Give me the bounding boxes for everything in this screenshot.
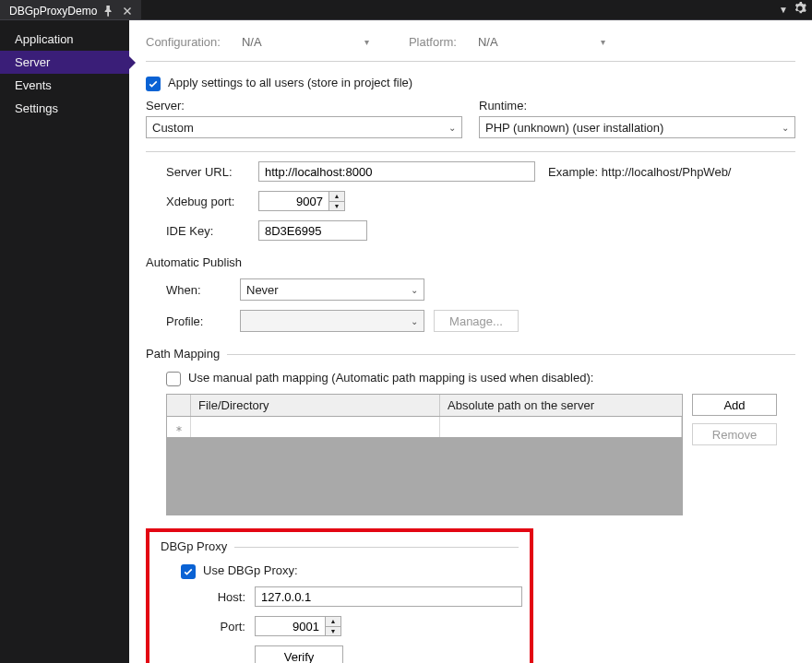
- spinner-down-icon[interactable]: ▼: [326, 627, 340, 636]
- new-row-icon: ⁎: [167, 417, 191, 437]
- manual-mapping-checkbox[interactable]: [166, 372, 181, 386]
- dbgp-proxy-highlight: DBGp Proxy Use DBGp Proxy: Host: Port: ▲…: [146, 528, 533, 663]
- server-url-example: Example: http://localhost/PhpWeb/: [548, 165, 731, 179]
- apply-all-checkbox[interactable]: [146, 77, 161, 91]
- use-dbgp-proxy-checkbox[interactable]: [181, 564, 196, 579]
- pin-icon[interactable]: [102, 5, 115, 18]
- platform-label: Platform:: [409, 35, 457, 49]
- server-url-input[interactable]: [258, 161, 535, 182]
- document-tab-strip: DBGpProxyDemo ▼: [0, 0, 812, 20]
- sidenav-item-label: Server: [15, 55, 50, 69]
- when-select[interactable]: Never ⌄: [240, 278, 424, 301]
- sidenav-item-label: Events: [15, 78, 52, 92]
- runtime-select[interactable]: PHP (unknown) (user installation) ⌄: [479, 116, 795, 138]
- server-select[interactable]: Custom ⌄: [146, 116, 462, 138]
- remove-button[interactable]: Remove: [692, 423, 777, 445]
- dbgp-port-stepper[interactable]: ▲ ▼: [255, 616, 345, 636]
- sidenav-item-label: Application: [15, 32, 74, 46]
- server-label: Server:: [146, 99, 462, 112]
- idekey-input[interactable]: [258, 220, 367, 241]
- sidenav-item-server[interactable]: Server: [0, 51, 129, 74]
- chevron-down-icon: ⌄: [411, 285, 418, 295]
- runtime-label: Runtime:: [479, 99, 795, 112]
- server-select-value: Custom: [152, 121, 194, 135]
- add-button[interactable]: Add: [692, 394, 777, 416]
- table-col-abspath: Absolute path on the server: [440, 395, 682, 416]
- chevron-down-icon: ▾: [601, 37, 605, 47]
- side-nav: Application Server Events Settings: [0, 20, 129, 663]
- manual-mapping-label: Use manual path mapping (Automatic path …: [188, 371, 593, 385]
- spinner-up-icon[interactable]: ▲: [326, 617, 340, 627]
- automatic-publish-title: Automatic Publish: [146, 255, 242, 269]
- chevron-down-icon: ⌄: [782, 123, 789, 133]
- configuration-select[interactable]: N/A ▾: [235, 31, 376, 52]
- use-dbgp-proxy-label: Use DBGp Proxy:: [203, 563, 298, 577]
- manage-button[interactable]: Manage...: [434, 310, 519, 332]
- platform-select[interactable]: N/A ▾: [472, 31, 612, 52]
- tab-overflow-icon[interactable]: ▼: [779, 5, 788, 15]
- platform-value: N/A: [478, 35, 498, 49]
- content-panel: Configuration: N/A ▾ Platform: N/A ▾ App…: [129, 20, 812, 663]
- runtime-select-value: PHP (unknown) (user installation): [485, 121, 663, 135]
- idekey-label: IDE Key:: [166, 224, 249, 238]
- profile-select[interactable]: ⌄: [240, 310, 424, 332]
- dbgp-host-label: Host:: [181, 590, 245, 604]
- table-row[interactable]: ⁎: [167, 417, 682, 437]
- sidenav-item-events[interactable]: Events: [0, 74, 129, 97]
- sidenav-item-application[interactable]: Application: [0, 28, 129, 51]
- server-url-label: Server URL:: [166, 165, 249, 179]
- dbgp-proxy-title: DBGp Proxy: [161, 539, 227, 553]
- table-col-file: File/Directory: [191, 395, 440, 416]
- xdebug-port-input[interactable]: [258, 191, 328, 211]
- document-tab[interactable]: DBGpProxyDemo: [0, 0, 141, 19]
- configuration-label: Configuration:: [146, 35, 221, 49]
- dbgp-port-input[interactable]: [255, 616, 325, 636]
- configuration-value: N/A: [242, 35, 262, 49]
- verify-button[interactable]: Verify: [255, 645, 343, 663]
- spinner-up-icon[interactable]: ▲: [329, 192, 344, 202]
- dbgp-port-label: Port:: [181, 620, 245, 633]
- table-header: File/Directory Absolute path on the serv…: [167, 395, 682, 417]
- chevron-down-icon: ⌄: [411, 316, 418, 326]
- path-mapping-table[interactable]: File/Directory Absolute path on the serv…: [166, 394, 683, 515]
- chevron-down-icon: ▾: [364, 37, 369, 47]
- gear-icon[interactable]: [794, 2, 806, 18]
- sidenav-item-settings[interactable]: Settings: [0, 97, 129, 120]
- when-select-value: Never: [246, 283, 279, 297]
- apply-all-label: Apply settings to all users (store in pr…: [168, 76, 412, 89]
- spinner-down-icon[interactable]: ▼: [329, 202, 344, 211]
- chevron-down-icon: ⌄: [448, 123, 456, 133]
- xdebug-port-label: Xdebug port:: [166, 195, 249, 208]
- dbgp-host-input[interactable]: [255, 586, 522, 607]
- sidenav-item-label: Settings: [15, 101, 58, 115]
- path-mapping-title: Path Mapping: [146, 347, 220, 361]
- profile-label: Profile:: [166, 314, 231, 328]
- document-tab-title: DBGpProxyDemo: [9, 5, 97, 18]
- xdebug-port-stepper[interactable]: ▲ ▼: [258, 191, 349, 211]
- table-empty-area: [167, 437, 682, 515]
- when-label: When:: [166, 283, 231, 297]
- close-icon[interactable]: [121, 5, 134, 18]
